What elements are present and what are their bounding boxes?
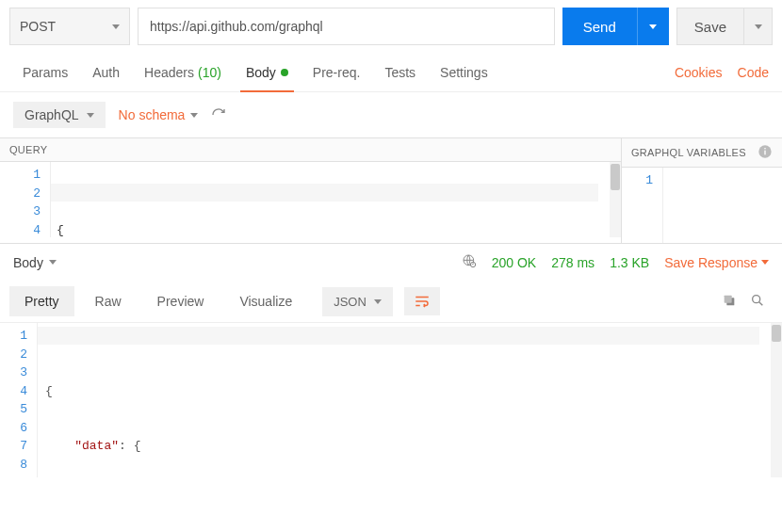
svg-point-4 bbox=[470, 262, 475, 266]
tab-params[interactable]: Params bbox=[13, 53, 77, 91]
svg-rect-2 bbox=[764, 148, 765, 149]
line-gutter: 1 2 3 4 bbox=[0, 162, 51, 237]
variables-editor-pane: GRAPHQL VARIABLES 1 bbox=[622, 138, 782, 243]
cookies-link[interactable]: Cookies bbox=[675, 65, 723, 80]
save-dropdown-button[interactable] bbox=[744, 8, 773, 45]
resp-tab-visualize[interactable]: Visualize bbox=[224, 286, 307, 316]
chevron-down-icon bbox=[374, 299, 382, 304]
tab-label: Raw bbox=[95, 294, 122, 309]
tab-tests[interactable]: Tests bbox=[375, 53, 425, 91]
tab-auth[interactable]: Auth bbox=[83, 53, 129, 91]
code-text: "data" bbox=[74, 439, 119, 453]
headers-count: (10) bbox=[198, 65, 221, 80]
chevron-down-icon bbox=[649, 24, 657, 29]
variables-editor[interactable]: 1 bbox=[622, 168, 782, 243]
scrollbar[interactable] bbox=[771, 323, 782, 477]
code-text: { bbox=[57, 223, 64, 237]
response-time: 278 ms bbox=[551, 255, 595, 270]
send-button-group: Send bbox=[562, 8, 669, 45]
line-number: 2 bbox=[4, 185, 41, 203]
url-input[interactable]: https://api.github.com/graphql bbox=[138, 8, 555, 45]
scrollbar-thumb[interactable] bbox=[611, 164, 620, 190]
tab-label: Auth bbox=[92, 65, 120, 80]
send-label: Send bbox=[583, 19, 616, 35]
chevron-down-icon bbox=[755, 24, 762, 29]
tab-label: Settings bbox=[440, 65, 488, 80]
save-label: Save bbox=[694, 19, 726, 35]
tab-prereq[interactable]: Pre-req. bbox=[303, 53, 370, 91]
resp-tab-preview[interactable]: Preview bbox=[142, 286, 220, 316]
response-meta: 200 OK 278 ms 1.3 KB Save Response bbox=[462, 253, 769, 271]
tab-body[interactable]: Body bbox=[236, 53, 298, 91]
scrollbar[interactable] bbox=[610, 162, 621, 237]
line-number: 5 bbox=[4, 400, 27, 419]
tabs-right-links: Cookies Code bbox=[675, 65, 769, 80]
chevron-down-icon bbox=[49, 260, 57, 265]
graphql-editors: QUERY 1 2 3 4 { repository(owner: "loopD… bbox=[0, 137, 782, 244]
tab-label: Tests bbox=[384, 65, 415, 80]
svg-rect-6 bbox=[725, 295, 732, 302]
response-format-select[interactable]: JSON bbox=[322, 287, 393, 316]
current-line-highlight bbox=[38, 327, 759, 345]
query-editor[interactable]: 1 2 3 4 { repository(owner: "loopDelicio… bbox=[0, 162, 621, 237]
send-dropdown-button[interactable] bbox=[637, 8, 669, 45]
search-icon[interactable] bbox=[750, 293, 765, 311]
network-icon[interactable] bbox=[462, 253, 477, 271]
response-size: 1.3 KB bbox=[610, 255, 649, 270]
svg-rect-1 bbox=[764, 151, 765, 155]
send-button[interactable]: Send bbox=[562, 8, 637, 45]
info-icon[interactable] bbox=[758, 144, 773, 161]
line-number: 4 bbox=[4, 221, 41, 238]
schema-value: No schema bbox=[119, 107, 186, 122]
response-body: 1 2 3 4 5 6 7 8 { "data": { "repository"… bbox=[0, 322, 782, 477]
scrollbar-thumb[interactable] bbox=[772, 325, 781, 342]
wrap-lines-button[interactable] bbox=[404, 287, 440, 315]
save-button[interactable]: Save bbox=[676, 8, 744, 45]
copy-icon[interactable] bbox=[722, 293, 737, 311]
line-number: 8 bbox=[4, 456, 27, 475]
variables-editor-title: GRAPHQL VARIABLES bbox=[631, 147, 746, 158]
svg-point-7 bbox=[753, 295, 760, 302]
tab-settings[interactable]: Settings bbox=[431, 53, 497, 91]
resp-tab-raw[interactable]: Raw bbox=[80, 286, 137, 316]
code-link[interactable]: Code bbox=[738, 65, 769, 80]
tab-label: Pretty bbox=[24, 294, 59, 309]
code-text: { bbox=[45, 384, 53, 398]
line-number: 1 bbox=[626, 171, 653, 190]
save-response-button[interactable]: Save Response bbox=[664, 255, 769, 270]
code-area[interactable] bbox=[663, 168, 782, 243]
line-number: 1 bbox=[4, 166, 41, 185]
response-tab-select[interactable]: Body bbox=[13, 255, 57, 270]
response-bar: Body 200 OK 278 ms 1.3 KB Save Response bbox=[0, 244, 782, 281]
schema-select[interactable]: No schema bbox=[119, 107, 199, 122]
response-view-tabs: Pretty Raw Preview Visualize JSON bbox=[0, 281, 782, 322]
code-area[interactable]: { repository(owner: "loopDelicious", nam… bbox=[51, 162, 610, 237]
body-mode-select[interactable]: GraphQL bbox=[13, 102, 106, 128]
tab-label: Preview bbox=[157, 294, 204, 309]
refresh-icon[interactable] bbox=[211, 107, 226, 122]
method-select[interactable]: POST bbox=[9, 8, 130, 45]
request-tabs: Params Auth Headers (10) Body Pre-req. T… bbox=[0, 53, 782, 92]
line-number: 7 bbox=[4, 437, 27, 456]
save-button-group: Save bbox=[676, 8, 773, 45]
query-editor-pane: QUERY 1 2 3 4 { repository(owner: "loopD… bbox=[0, 138, 622, 243]
line-gutter: 1 bbox=[622, 168, 663, 243]
method-value: POST bbox=[20, 19, 56, 34]
body-mode-value: GraphQL bbox=[24, 107, 79, 122]
request-bar: POST https://api.github.com/graphql Send… bbox=[0, 0, 782, 53]
resp-tab-pretty[interactable]: Pretty bbox=[9, 286, 74, 316]
response-status: 200 OK bbox=[492, 255, 536, 270]
current-line-highlight bbox=[51, 184, 598, 202]
save-response-label: Save Response bbox=[664, 255, 758, 270]
query-editor-title: QUERY bbox=[9, 144, 47, 155]
tab-label: Headers bbox=[144, 65, 194, 80]
response-code-area[interactable]: { "data": { "repository": null }, "error… bbox=[38, 323, 771, 477]
chevron-down-icon bbox=[761, 260, 769, 265]
modified-dot-icon bbox=[281, 69, 288, 76]
tab-label: Params bbox=[23, 65, 68, 80]
response-actions bbox=[722, 293, 773, 311]
tab-headers[interactable]: Headers (10) bbox=[135, 53, 231, 91]
line-number: 2 bbox=[4, 346, 27, 364]
line-number: 1 bbox=[4, 327, 27, 346]
line-gutter: 1 2 3 4 5 6 7 8 bbox=[0, 323, 38, 477]
